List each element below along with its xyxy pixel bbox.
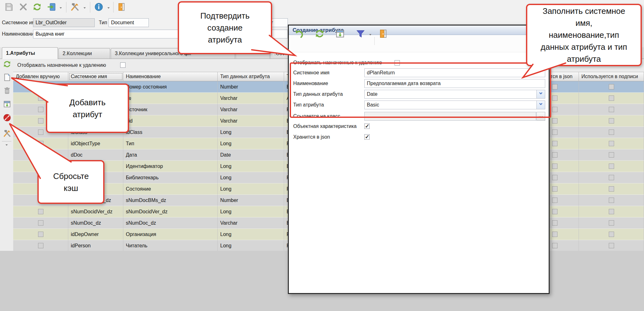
table-row-right[interactable] — [550, 240, 644, 251]
delete-trash-icon[interactable] — [2, 86, 12, 96]
used-in-signature-checkbox[interactable] — [609, 164, 614, 169]
stored-in-json-checkbox[interactable] — [552, 220, 557, 226]
table-row[interactable]: idPersonЧитательLongRe — [13, 240, 288, 251]
table-row[interactable]: sNumDocidVer_dzsNumDocidVer_dzLongBa — [13, 206, 288, 217]
used-in-signature-checkbox[interactable] — [609, 141, 614, 146]
table-row-right[interactable] — [550, 93, 644, 104]
used-in-signature-checkbox[interactable] — [609, 152, 614, 158]
stored-in-json-checkbox[interactable] — [552, 118, 557, 124]
added-manually-checkbox[interactable] — [38, 141, 43, 146]
table-row[interactable]: dDocДатаDateBa — [13, 149, 288, 161]
table-row[interactable]: sNumDoc_dzsNumDoc_dzVarcharBa — [13, 217, 288, 229]
add-attribute-icon[interactable] — [2, 73, 12, 83]
stored-in-json-checkbox[interactable] — [552, 152, 557, 158]
tab-1[interactable]: 1.Атрибуты — [2, 47, 58, 59]
rail-refresh-icon[interactable] — [2, 60, 12, 69]
used-in-signature-checkbox[interactable] — [609, 243, 614, 248]
added-manually-checkbox[interactable] — [38, 232, 43, 237]
added-manually-checkbox[interactable] — [38, 95, 43, 101]
save-icon[interactable] — [4, 3, 14, 13]
stored-in-json-checkbox[interactable] — [552, 107, 557, 112]
used-in-signature-checkbox[interactable] — [609, 118, 614, 124]
dialog-object-char-checkbox[interactable] — [364, 124, 370, 129]
added-manually-checkbox-cell[interactable] — [13, 229, 68, 240]
added-manually-checkbox-cell[interactable] — [13, 149, 68, 161]
added-manually-checkbox[interactable] — [38, 84, 43, 89]
table-row-right[interactable] — [550, 206, 644, 217]
refresh-icon[interactable] — [32, 3, 42, 13]
stored-in-json-checkbox[interactable] — [552, 175, 557, 180]
used-in-signature-checkbox[interactable] — [609, 198, 614, 203]
table-row-right[interactable] — [550, 217, 644, 229]
added-manually-checkbox[interactable] — [38, 243, 43, 248]
used-in-signature-checkbox[interactable] — [609, 107, 614, 112]
used-in-signature-checkbox[interactable] — [609, 95, 614, 101]
added-manually-checkbox[interactable] — [38, 220, 43, 226]
added-manually-checkbox-cell[interactable] — [13, 217, 68, 229]
used-in-signature-checkbox[interactable] — [609, 209, 614, 214]
rail-tools-icon[interactable] — [2, 129, 12, 139]
used-in-signature-checkbox[interactable] — [609, 220, 614, 226]
column-header[interactable]: Системное имя — [68, 72, 123, 81]
table-row-right[interactable] — [550, 161, 644, 172]
table-row[interactable]: idObjectTypeТипLongRe — [13, 138, 288, 149]
tools-icon[interactable] — [70, 3, 80, 13]
stored-in-json-checkbox[interactable] — [552, 84, 557, 89]
added-manually-checkbox[interactable] — [38, 152, 43, 158]
added-manually-checkbox-cell[interactable] — [13, 138, 68, 149]
added-manually-checkbox[interactable] — [38, 118, 43, 124]
stored-in-json-checkbox[interactable] — [552, 232, 557, 237]
dialog-exit-door-icon[interactable] — [378, 29, 389, 40]
chevron-down-icon[interactable] — [106, 6, 111, 10]
table-row-right[interactable] — [550, 229, 644, 240]
table-row-right[interactable] — [550, 104, 644, 115]
table-row-right[interactable] — [550, 172, 644, 183]
reset-cache-icon[interactable] — [2, 113, 12, 123]
table-row-right[interactable] — [550, 138, 644, 149]
exit-door-icon[interactable] — [116, 3, 126, 13]
added-manually-checkbox-cell[interactable] — [13, 240, 68, 251]
used-in-signature-checkbox[interactable] — [609, 232, 614, 237]
system-name-field[interactable]: Lbr_OutOrder — [33, 18, 95, 27]
type-field[interactable]: Document — [109, 18, 149, 27]
added-manually-checkbox-cell[interactable] — [13, 206, 68, 217]
info-icon[interactable] — [94, 3, 104, 13]
filter-chevron-down-icon[interactable] — [368, 32, 372, 37]
stored-in-json-checkbox[interactable] — [552, 141, 557, 146]
grid-import-icon[interactable] — [2, 100, 12, 109]
table-row-right[interactable] — [550, 183, 644, 195]
filter-icon[interactable] — [355, 29, 366, 40]
used-in-signature-checkbox[interactable] — [609, 186, 614, 192]
close-icon[interactable] — [18, 3, 28, 13]
chevron-down-icon[interactable] — [59, 6, 63, 10]
table-row[interactable]: idDepOwnerОрганизацияLongRe — [13, 229, 288, 240]
column-header[interactable]: Тип данных атрибута — [218, 72, 284, 81]
stored-in-json-checkbox[interactable] — [552, 209, 557, 214]
used-in-signature-checkbox[interactable] — [609, 84, 614, 89]
table-row-right[interactable] — [550, 115, 644, 127]
show-deleted-checkbox[interactable] — [120, 62, 126, 68]
stored-in-json-checkbox[interactable] — [552, 186, 557, 192]
table-row-right[interactable] — [550, 195, 644, 206]
used-in-signature-checkbox[interactable] — [609, 175, 614, 180]
stored-in-json-checkbox[interactable] — [552, 198, 557, 203]
column-header[interactable]: тся в json — [550, 72, 579, 81]
stored-in-json-checkbox[interactable] — [552, 95, 557, 101]
confirm-undo-icon[interactable] — [294, 29, 305, 40]
stored-in-json-checkbox[interactable] — [552, 130, 557, 135]
table-row-right[interactable] — [550, 149, 644, 161]
tab-2[interactable]: 2.Коллекции — [59, 48, 110, 59]
chevron-down-icon[interactable] — [82, 6, 87, 10]
table-row-right[interactable] — [550, 81, 644, 93]
dialog-refresh-icon[interactable] — [314, 29, 325, 40]
used-in-signature-checkbox[interactable] — [609, 130, 614, 135]
stored-in-json-checkbox[interactable] — [552, 243, 557, 248]
column-header[interactable]: Добавлен вручную — [13, 72, 68, 81]
column-header[interactable]: Наименование — [123, 72, 218, 81]
import-icon[interactable] — [47, 3, 57, 13]
column-header[interactable]: Ти — [284, 72, 288, 81]
dialog-grid-import-icon[interactable] — [334, 29, 346, 40]
table-row-right[interactable] — [550, 127, 644, 138]
column-header[interactable]: Используется в подписи — [579, 72, 644, 81]
stored-in-json-checkbox[interactable] — [552, 164, 557, 169]
